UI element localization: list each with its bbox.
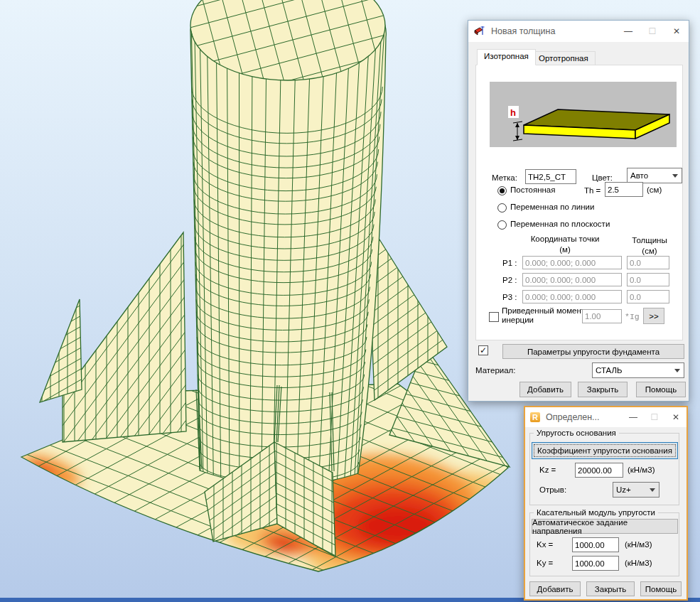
radio-variable-line-label: Переменная по линии	[510, 203, 594, 211]
close-button[interactable]: Закрыть	[586, 581, 635, 596]
foundation-checkbox[interactable]: ✓	[478, 345, 488, 355]
coords-header: Координаты точки	[501, 235, 629, 243]
kx-units: (кН/м3)	[625, 540, 652, 549]
color-label: Цвет:	[592, 173, 613, 182]
moment-suffix: *Ig	[625, 312, 640, 321]
tab-orthotropic[interactable]: Ортотропная	[532, 51, 596, 65]
thickness-units: (см)	[622, 247, 677, 255]
ky-units: (кН/м3)	[625, 559, 652, 567]
p3-thickness-input[interactable]	[627, 290, 669, 303]
radio-variable-plane[interactable]	[497, 220, 507, 230]
dialog-title: Новая толщина	[491, 26, 616, 36]
kx-input[interactable]	[572, 537, 619, 552]
chevron-down-icon	[674, 369, 680, 372]
p1-thickness-input[interactable]	[627, 256, 669, 269]
moment-input[interactable]	[582, 309, 622, 323]
chevron-down-icon	[650, 488, 655, 492]
maximize-icon[interactable]: ☐	[640, 21, 664, 42]
thickness-titlebar[interactable]: Новая толщина — ☐ ✕	[468, 21, 689, 42]
foundation-elasticity-dialog: R Определен... — ☐ ✕ Упругость основания…	[524, 406, 688, 601]
material-select[interactable]: СТАЛЬ	[592, 362, 684, 378]
maximize-icon[interactable]: ☐	[644, 407, 665, 427]
p3-coords-input[interactable]	[522, 290, 622, 303]
help-button[interactable]: Помощь	[636, 382, 686, 397]
ky-input[interactable]	[572, 556, 619, 571]
foundation-params-button[interactable]: Параметры упругости фундамента	[502, 344, 684, 359]
chevron-down-icon	[672, 174, 678, 178]
th-units: (см)	[647, 186, 662, 194]
elasticity-coefficient-button[interactable]: Коэффициент упругости основания	[532, 442, 678, 459]
app-screen: Новая толщина — ☐ ✕ Изотропная Ортотропн…	[0, 0, 700, 602]
close-icon[interactable]: ✕	[665, 407, 686, 427]
base-elasticity-group-label: Упругость основания	[534, 429, 619, 437]
otryv-select-value: Uz+	[616, 485, 631, 494]
otryv-select[interactable]: Uz+	[613, 482, 659, 498]
add-button[interactable]: Добавить	[529, 581, 581, 596]
radio-constant-label: Постоянная	[510, 186, 556, 194]
p2-thickness-input[interactable]	[627, 273, 669, 286]
p1-label: P1 :	[502, 259, 517, 267]
dialog-title: Определен...	[546, 412, 623, 422]
th-input[interactable]	[605, 182, 643, 197]
moment-checkbox-label: Приведенный момент инерции	[502, 306, 586, 325]
kz-input[interactable]	[575, 463, 623, 478]
p3-label: P3 :	[502, 293, 517, 301]
moment-checkbox[interactable]	[489, 312, 499, 322]
close-icon[interactable]: ✕	[664, 21, 689, 42]
p1-coords-input[interactable]	[522, 256, 622, 269]
color-select-value: Авто	[630, 171, 648, 180]
p2-label: P2 :	[502, 276, 517, 284]
h-dimension-label: h	[510, 107, 516, 118]
radio-constant[interactable]	[497, 186, 507, 195]
minimize-icon[interactable]: —	[616, 21, 640, 42]
coords-units: (м)	[501, 245, 629, 254]
thickness-header: Толщины	[622, 236, 677, 244]
new-thickness-dialog: Новая толщина — ☐ ✕ Изотропная Ортотропн…	[468, 20, 689, 402]
add-button[interactable]: Добавить	[519, 382, 571, 397]
elastic-titlebar[interactable]: R Определен... — ☐ ✕	[525, 407, 686, 427]
th-label: Th =	[584, 186, 601, 195]
metka-input[interactable]	[525, 169, 576, 184]
metka-label: Метка:	[492, 173, 517, 182]
tab-isotropic[interactable]: Изотропная	[477, 49, 536, 65]
moment-expand-button[interactable]: >>	[643, 308, 664, 324]
kz-label: Kz =	[539, 466, 556, 474]
ky-label: Ky =	[537, 559, 553, 567]
otryv-label: Отрыв:	[539, 485, 566, 494]
shear-modulus-group-label: Касательный модуль упругости	[534, 508, 658, 517]
p2-coords-input[interactable]	[522, 273, 622, 286]
help-button[interactable]: Помощь	[640, 581, 682, 596]
isotropic-tab-panel: h Метка: Цвет: Авто Постоянная Th = (см)	[475, 65, 683, 340]
material-label: Материал:	[475, 366, 516, 375]
elastic-dialog-icon: R	[530, 412, 540, 422]
plate-preview-drawing: h	[490, 82, 677, 147]
thickness-preview-image: h	[490, 82, 677, 147]
auto-direction-button[interactable]: Автоматическое задание направления	[532, 519, 678, 534]
color-select[interactable]: Авто	[627, 168, 682, 183]
radio-variable-line[interactable]	[497, 203, 507, 213]
thickness-dialog-icon	[474, 26, 485, 37]
kx-label: Kx =	[537, 540, 553, 549]
radio-variable-plane-label: Переменная по плоскости	[510, 220, 610, 228]
close-button[interactable]: Закрыть	[578, 382, 628, 397]
material-select-value: СТАЛЬ	[596, 366, 623, 375]
kz-units: (кН/м3)	[628, 466, 655, 474]
minimize-icon[interactable]: —	[623, 407, 644, 427]
